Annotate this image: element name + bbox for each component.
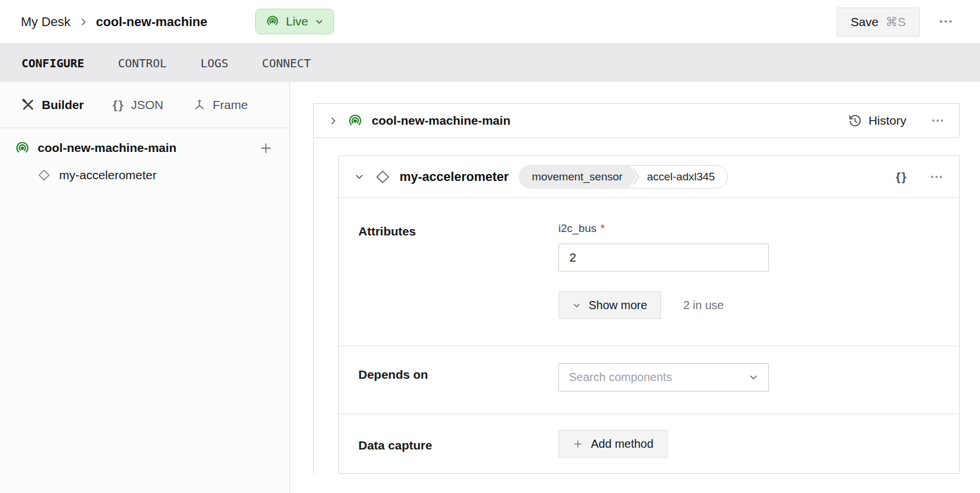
edit-json-icon[interactable]: {} bbox=[896, 170, 908, 184]
viewtab-json-label: JSON bbox=[131, 98, 164, 112]
breadcrumb-current: cool-new-machine bbox=[96, 14, 208, 30]
component-type-badge: movement_sensor accel-adxl345 bbox=[519, 165, 728, 188]
chevron-down-icon bbox=[572, 301, 581, 310]
viewtab-json[interactable]: {} JSON bbox=[112, 98, 163, 112]
badge-type-label: movement_sensor bbox=[520, 166, 636, 188]
tab-connect[interactable]: CONNECT bbox=[262, 56, 311, 70]
viewtab-frame[interactable]: Frame bbox=[193, 98, 248, 112]
depends-on-select[interactable]: Search components bbox=[558, 363, 769, 392]
i2c-bus-field-label: i2c_bus * bbox=[558, 222, 769, 235]
save-button[interactable]: Save ⌘S bbox=[837, 8, 920, 37]
data-capture-fields: Add method bbox=[558, 414, 667, 473]
view-mode-tabs: Builder {} JSON Frame bbox=[0, 82, 289, 128]
add-method-label: Add method bbox=[591, 437, 654, 451]
depends-on-fields: Search components bbox=[558, 346, 769, 414]
add-component-button[interactable] bbox=[258, 140, 273, 155]
frame-axes-icon bbox=[193, 98, 206, 112]
chevron-down-icon bbox=[749, 372, 758, 382]
header-more-menu[interactable] bbox=[932, 13, 959, 30]
tab-logs[interactable]: LOGS bbox=[201, 56, 228, 70]
nav-tabbar: CONFIGURE CONTROL LOGS CONNECT bbox=[0, 44, 980, 82]
plus-icon bbox=[572, 438, 583, 449]
tree-connector-line bbox=[313, 138, 314, 474]
show-more-label: Show more bbox=[589, 299, 647, 312]
main-panel: cool-new-machine-main History bbox=[290, 82, 980, 493]
viewtab-frame-label: Frame bbox=[213, 98, 248, 112]
component-tree: cool-new-machine-main my-accelerometer bbox=[0, 128, 289, 188]
machine-card-more-menu[interactable] bbox=[931, 114, 945, 128]
config-sidebar: Builder {} JSON Frame bbox=[0, 82, 290, 493]
chevron-down-icon bbox=[315, 17, 324, 26]
broadcast-icon bbox=[347, 113, 363, 129]
tree-machine-label: cool-new-machine-main bbox=[38, 141, 176, 155]
depends-on-section: Depends on Search components bbox=[339, 346, 959, 414]
tools-icon bbox=[21, 97, 35, 112]
viewtab-builder[interactable]: Builder bbox=[21, 97, 84, 112]
depends-on-label: Depends on bbox=[358, 346, 558, 414]
machine-card-title: cool-new-machine-main bbox=[372, 114, 510, 128]
top-header: My Desk cool-new-machine Live Save ⌘S bbox=[0, 0, 980, 44]
app-root: My Desk cool-new-machine Live Save ⌘S bbox=[0, 0, 980, 493]
breadcrumb-separator-icon bbox=[79, 17, 88, 27]
show-more-row: Show more 2 in use bbox=[558, 291, 769, 319]
viewtab-builder-label: Builder bbox=[42, 98, 84, 112]
live-label: Live bbox=[286, 14, 308, 28]
required-marker: * bbox=[601, 222, 605, 235]
save-shortcut: ⌘S bbox=[885, 15, 906, 29]
i2c-bus-input[interactable] bbox=[558, 244, 769, 271]
depends-on-placeholder: Search components bbox=[569, 371, 672, 384]
save-label: Save bbox=[851, 15, 879, 29]
tab-control[interactable]: CONTROL bbox=[118, 56, 166, 70]
component-card-header: my-accelerometer movement_sensor accel-a… bbox=[339, 156, 959, 198]
component-card-more-menu[interactable] bbox=[930, 170, 943, 184]
history-button[interactable]: History bbox=[848, 114, 906, 128]
add-method-button[interactable]: Add method bbox=[558, 430, 667, 458]
tree-item-accelerometer[interactable]: my-accelerometer bbox=[0, 162, 289, 188]
attributes-in-use-count: 2 in use bbox=[683, 299, 724, 312]
data-capture-section: Data capture Add method bbox=[339, 414, 959, 473]
tree-accelerometer-label: my-accelerometer bbox=[59, 168, 157, 182]
badge-model-label: accel-adxl345 bbox=[640, 171, 727, 183]
broadcast-icon bbox=[266, 14, 280, 28]
tab-configure[interactable]: CONFIGURE bbox=[21, 56, 84, 70]
diamond-icon bbox=[37, 168, 51, 182]
attributes-label: Attributes bbox=[358, 198, 558, 346]
history-icon bbox=[848, 114, 862, 128]
collapse-chevron-down-icon[interactable] bbox=[354, 172, 364, 182]
breadcrumb: My Desk cool-new-machine bbox=[21, 14, 207, 30]
tree-item-machine[interactable]: cool-new-machine-main bbox=[0, 134, 289, 162]
machine-part-card: cool-new-machine-main History bbox=[313, 103, 960, 138]
broadcast-icon bbox=[14, 140, 30, 156]
data-capture-label: Data capture bbox=[358, 414, 558, 473]
component-card: my-accelerometer movement_sensor accel-a… bbox=[338, 155, 960, 474]
show-more-button[interactable]: Show more bbox=[558, 291, 661, 319]
attributes-fields: i2c_bus * Show more 2 in use bbox=[558, 198, 769, 346]
attributes-section: Attributes i2c_bus * Show more bbox=[339, 198, 959, 346]
expand-chevron-right-icon[interactable] bbox=[328, 116, 338, 126]
diamond-icon bbox=[375, 169, 391, 185]
breadcrumb-parent[interactable]: My Desk bbox=[21, 14, 71, 30]
braces-icon: {} bbox=[112, 98, 124, 112]
live-status-dropdown[interactable]: Live bbox=[255, 9, 334, 34]
history-label: History bbox=[869, 114, 906, 128]
component-card-title: my-accelerometer bbox=[400, 169, 509, 184]
